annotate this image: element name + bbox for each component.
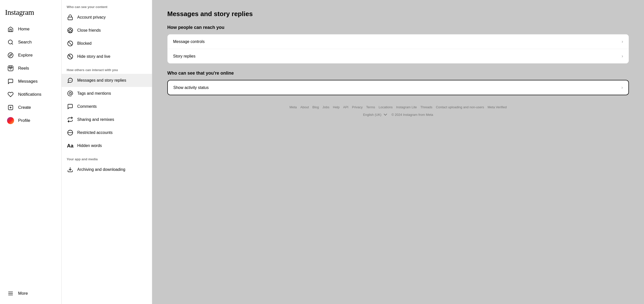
nav-label-home: Home bbox=[18, 27, 29, 32]
menu-label-sharing-remixes: Sharing and remixes bbox=[77, 117, 114, 122]
nav-label-reels: Reels bbox=[18, 66, 29, 71]
nav-item-create[interactable]: Create bbox=[2, 101, 59, 114]
download-icon bbox=[67, 166, 74, 173]
reels-icon bbox=[7, 65, 14, 72]
comment-icon bbox=[67, 103, 74, 110]
nav-label-create: Create bbox=[18, 105, 31, 110]
online-section-title: Who can see that you're online bbox=[167, 71, 629, 76]
menu-label-hidden-words: Hidden words bbox=[77, 143, 102, 148]
story-replies-chevron: › bbox=[622, 54, 623, 59]
footer-link-locations[interactable]: Locations bbox=[379, 105, 393, 109]
activity-status-row[interactable]: Show activity status › bbox=[168, 80, 628, 95]
section2-header: How others can interact with you bbox=[62, 63, 152, 74]
menu-item-messages-story[interactable]: Messages and story replies bbox=[62, 74, 152, 87]
footer-link-meta-verified[interactable]: Meta Verified bbox=[488, 105, 507, 109]
footer-link-instagram-lite[interactable]: Instagram Lite bbox=[396, 105, 417, 109]
svg-line-1 bbox=[12, 43, 13, 44]
reach-settings-card: Message controls › Story replies › bbox=[167, 34, 629, 64]
message-controls-chevron: › bbox=[622, 39, 623, 44]
footer-copyright: © 2024 Instagram from Meta bbox=[391, 113, 433, 117]
menu-item-archiving[interactable]: Archiving and downloading bbox=[62, 163, 152, 176]
more-icon bbox=[7, 290, 14, 297]
nav-label-messages: Messages bbox=[18, 79, 37, 84]
lock-icon bbox=[67, 14, 74, 21]
messages-icon bbox=[7, 78, 14, 85]
svg-marker-3 bbox=[10, 54, 12, 56]
menu-item-hide-story[interactable]: Hide story and live bbox=[62, 50, 152, 63]
svg-rect-15 bbox=[68, 17, 72, 20]
message-controls-row[interactable]: Message controls › bbox=[168, 34, 629, 49]
svg-marker-17 bbox=[68, 29, 72, 32]
section3-header: Your app and media bbox=[62, 152, 152, 163]
menu-item-blocked[interactable]: Blocked bbox=[62, 37, 152, 50]
hidden-words-icon: Aa bbox=[67, 142, 74, 149]
left-sidebar: Instagram Home Search Explore bbox=[0, 0, 62, 304]
footer-link-terms[interactable]: Terms bbox=[366, 105, 375, 109]
message-controls-label: Message controls bbox=[173, 39, 205, 44]
menu-label-messages-story: Messages and story replies bbox=[77, 78, 126, 83]
nav-item-more[interactable]: More bbox=[2, 287, 59, 300]
menu-label-blocked: Blocked bbox=[77, 41, 92, 46]
menu-label-close-friends: Close friends bbox=[77, 28, 101, 33]
nav-item-home[interactable]: Home bbox=[2, 23, 59, 36]
menu-label-tags-mentions: Tags and mentions bbox=[77, 91, 111, 96]
menu-label-comments: Comments bbox=[77, 104, 97, 109]
menu-label-restricted: Restricted accounts bbox=[77, 130, 113, 135]
footer-link-contact[interactable]: Contact uploading and non-users bbox=[436, 105, 484, 109]
menu-label-hide-story: Hide story and live bbox=[77, 54, 110, 59]
at-icon bbox=[67, 90, 74, 97]
menu-item-restricted[interactable]: Restricted accounts bbox=[62, 126, 152, 139]
menu-label-archiving: Archiving and downloading bbox=[77, 167, 125, 172]
nav-item-notifications[interactable]: Notifications bbox=[2, 88, 59, 101]
svg-rect-4 bbox=[8, 66, 13, 71]
nav-label-explore: Explore bbox=[18, 53, 33, 58]
page-title: Messages and story replies bbox=[167, 10, 629, 18]
footer-link-about[interactable]: About bbox=[300, 105, 309, 109]
story-replies-row[interactable]: Story replies › bbox=[168, 49, 629, 63]
menu-item-account-privacy[interactable]: Account privacy bbox=[62, 11, 152, 24]
menu-label-account-privacy: Account privacy bbox=[77, 15, 106, 20]
menu-item-close-friends[interactable]: Close friends bbox=[62, 24, 152, 37]
footer-link-privacy[interactable]: Privacy bbox=[352, 105, 363, 109]
nav-item-messages[interactable]: Messages bbox=[2, 75, 59, 88]
notifications-icon bbox=[7, 91, 14, 98]
nav-item-reels[interactable]: Reels bbox=[2, 62, 59, 75]
nav-item-profile[interactable]: Profile bbox=[2, 114, 59, 127]
svg-point-0 bbox=[8, 40, 12, 44]
footer-links: Meta About Blog Jobs Help API Privacy Te… bbox=[167, 105, 629, 109]
section1-header: Who can see your content bbox=[62, 0, 152, 11]
menu-item-hidden-words[interactable]: Aa Hidden words bbox=[62, 139, 152, 152]
menu-item-sharing-remixes[interactable]: Sharing and remixes bbox=[62, 113, 152, 126]
search-icon bbox=[7, 39, 14, 46]
avatar bbox=[7, 117, 14, 124]
footer-link-help[interactable]: Help bbox=[333, 105, 340, 109]
reach-section-title: How people can reach you bbox=[167, 25, 629, 30]
home-icon bbox=[7, 26, 14, 33]
sharing-icon bbox=[67, 116, 74, 123]
middle-panel: Who can see your content Account privacy… bbox=[62, 0, 152, 304]
instagram-logo: Instagram bbox=[0, 4, 61, 23]
footer-language[interactable]: English (UK) bbox=[363, 112, 388, 118]
svg-line-19 bbox=[68, 42, 72, 45]
activity-status-card: Show activity status › bbox=[167, 80, 629, 95]
nav-item-explore[interactable]: Explore bbox=[2, 49, 59, 62]
create-icon bbox=[7, 104, 14, 111]
nav-item-search[interactable]: Search bbox=[2, 36, 59, 49]
footer-link-api[interactable]: API bbox=[343, 105, 348, 109]
explore-icon bbox=[7, 52, 14, 59]
story-replies-label: Story replies bbox=[173, 54, 195, 59]
nav-label-more: More bbox=[18, 291, 28, 296]
activity-status-label: Show activity status bbox=[173, 85, 209, 90]
menu-item-comments[interactable]: Comments bbox=[62, 100, 152, 113]
footer-link-blog[interactable]: Blog bbox=[312, 105, 319, 109]
activity-status-chevron: › bbox=[621, 85, 623, 90]
restricted-icon bbox=[67, 129, 74, 136]
footer-link-threads[interactable]: Threads bbox=[420, 105, 432, 109]
message-circle-icon bbox=[67, 77, 74, 84]
hide-story-icon bbox=[67, 53, 74, 60]
nav-label-search: Search bbox=[18, 40, 32, 45]
footer-link-jobs[interactable]: Jobs bbox=[323, 105, 329, 109]
svg-point-22 bbox=[69, 92, 71, 94]
footer-link-meta[interactable]: Meta bbox=[290, 105, 297, 109]
menu-item-tags-mentions[interactable]: Tags and mentions bbox=[62, 87, 152, 100]
